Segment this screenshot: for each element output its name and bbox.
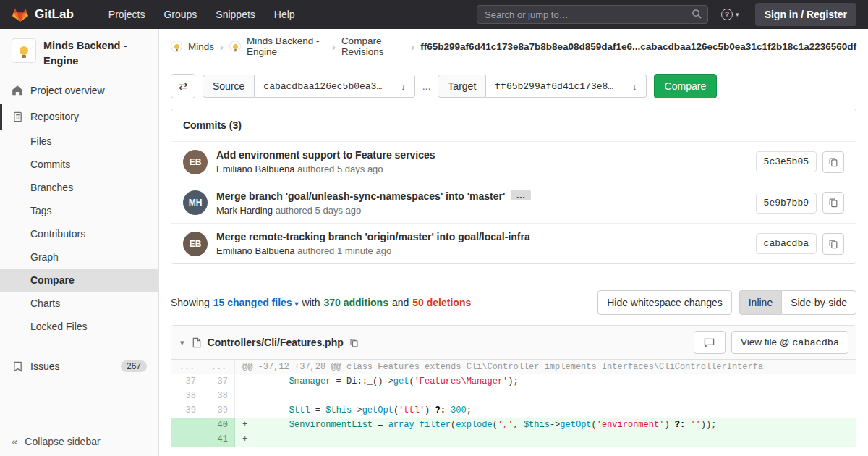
diff-file-panel: ▾ Controllers/Cli/Features.php (171, 325, 856, 447)
diff-line: 3838 (171, 389, 856, 403)
breadcrumb-compare-link[interactable]: Compare Revisions (341, 35, 405, 57)
breadcrumb: Minds › Minds Backend - Engine › Compare… (159, 29, 868, 64)
diff-line: 40+ $environmentList = array_filter(expl… (171, 418, 856, 432)
new-line-number[interactable]: 40 (203, 418, 235, 432)
brand-name: GitLab (35, 7, 74, 22)
author-avatar[interactable]: EB (183, 232, 208, 256)
swap-arrows-icon: ⇄ (179, 80, 188, 93)
diff-file-name-link[interactable]: Controllers/Cli/Features.php (208, 337, 344, 348)
sidebar-item-compare[interactable]: Compare (0, 269, 158, 292)
diff-code: $manager = Di::_()->get('Features\Manage… (235, 374, 856, 389)
side-by-side-view-button[interactable]: Side-by-side (781, 290, 856, 315)
expand-description-button[interactable]: … (511, 190, 530, 200)
diff-view-toggle: Inline Side-by-side (739, 290, 856, 315)
new-line-number[interactable]: ... (203, 360, 235, 374)
sidebar-item-branches[interactable]: Branches (0, 176, 158, 199)
new-line-number[interactable]: 39 (203, 403, 235, 418)
compare-button[interactable]: Compare (654, 74, 718, 98)
old-line-number[interactable]: 39 (171, 403, 203, 418)
project-title: Minds Backend - Engine (43, 38, 147, 69)
swap-revisions-button[interactable]: ⇄ (171, 74, 195, 98)
commit-title-link[interactable]: Add environment support to Feature servi… (216, 149, 435, 161)
old-line-number[interactable] (171, 418, 203, 432)
sidebar-item-repository[interactable]: Repository (0, 104, 158, 130)
breadcrumb-group-link[interactable]: Minds (188, 41, 214, 52)
collapse-sidebar-button[interactable]: « Collapse sidebar (0, 426, 158, 456)
inline-view-button[interactable]: Inline (739, 290, 781, 315)
target-ref-dropdown[interactable]: ff65b299af6d41c173e8… ↓ (486, 75, 646, 98)
sign-in-button[interactable]: Sign in / Register (755, 3, 856, 26)
top-navbar: GitLab Projects Groups Snippets Help ? ▾… (0, 0, 868, 29)
commit-meta: Emiliano Balbuena authored 5 days ago (216, 164, 747, 174)
old-line-number[interactable]: 37 (171, 374, 203, 389)
sidebar-item-charts[interactable]: Charts (0, 292, 158, 315)
search-icon[interactable] (692, 9, 702, 20)
changed-files-summary: Showing 15 changed files ▾ with 370 addi… (171, 297, 471, 308)
breadcrumb-current-sha-range: ff65b299af6d41c173e8a7b8b8ea08d859daf1e6… (420, 41, 856, 52)
old-line-number[interactable]: 38 (171, 389, 203, 403)
project-avatar (12, 38, 36, 63)
help-dropdown[interactable]: ? ▾ (721, 9, 739, 20)
commit-sha-link[interactable]: cabacdba (756, 233, 817, 254)
diff-line: ......@@ -37,12 +37,28 @@ class Features… (171, 360, 856, 374)
dropdown-arrow-icon: ↓ (401, 81, 406, 92)
commit-meta: Mark Harding authored 5 days ago (216, 205, 747, 216)
copy-path-icon[interactable] (349, 338, 359, 347)
new-line-number[interactable]: 37 (203, 374, 235, 389)
author-avatar[interactable]: EB (183, 150, 208, 174)
commit-author-link[interactable]: Emiliano Balbuena (216, 245, 294, 256)
new-line-number[interactable]: 38 (203, 389, 235, 403)
nav-help[interactable]: Help (274, 9, 295, 20)
commit-author-link[interactable]: Emiliano Balbuena (216, 164, 294, 174)
clipboard-icon (828, 239, 838, 249)
changed-files-dropdown[interactable]: 15 changed files ▾ (213, 297, 299, 308)
commit-sha-link[interactable]: 5e9b7bb9 (756, 193, 817, 214)
commit-row: EB Merge remote-tracking branch 'origin/… (171, 223, 856, 263)
diff-code: + (235, 432, 856, 447)
sidebar-item-tags[interactable]: Tags (0, 199, 158, 222)
nav-groups[interactable]: Groups (163, 9, 197, 20)
issues-icon (12, 360, 23, 372)
nav-snippets[interactable]: Snippets (216, 9, 255, 20)
diff-code: + $environmentList = array_filter(explod… (235, 418, 856, 432)
diff-code (235, 389, 856, 403)
gitlab-logo-link[interactable]: GitLab (12, 6, 74, 23)
comment-on-file-button[interactable] (694, 331, 726, 354)
old-line-number[interactable] (171, 432, 203, 447)
diff-line: 3939 $ttl = $this->getOpt('ttl') ?: 300; (171, 403, 856, 418)
nav-projects[interactable]: Projects (109, 9, 145, 20)
source-ref-dropdown[interactable]: cabacdbaa126ec5b0ea3… ↓ (255, 75, 414, 98)
sidebar-item-locked-files[interactable]: Locked Files (0, 315, 158, 338)
breadcrumb-separator: › (332, 41, 336, 53)
caret-down-icon: ▾ (295, 300, 299, 308)
commits-header: Commits (3) (171, 109, 856, 141)
old-line-number[interactable]: ... (171, 360, 203, 374)
lightbulb-icon (233, 44, 238, 49)
view-file-sha: cabacdba (792, 337, 839, 348)
sidebar-item-commits[interactable]: Commits (0, 153, 158, 176)
view-file-button[interactable]: View file @ cabacdba (731, 331, 848, 354)
sidebar-item-contributors[interactable]: Contributors (0, 222, 158, 245)
collapse-diff-caret-icon[interactable]: ▾ (179, 338, 186, 347)
breadcrumb-project-link[interactable]: Minds Backend - Engine (247, 35, 326, 57)
search-input[interactable] (477, 5, 708, 24)
commit-author-link[interactable]: Mark Harding (216, 205, 273, 216)
sidebar-item-files[interactable]: Files (0, 130, 158, 153)
author-avatar[interactable]: MH (183, 190, 208, 215)
sidebar-item-project-overview[interactable]: Project overview (0, 77, 158, 104)
target-label: Target (438, 75, 486, 98)
hide-whitespace-button[interactable]: Hide whitespace changes (597, 290, 732, 315)
copy-sha-button[interactable] (822, 192, 844, 214)
commit-meta: Emiliano Balbuena authored 1 minute ago (216, 245, 747, 256)
project-context[interactable]: Minds Backend - Engine (0, 29, 158, 77)
commit-title-link[interactable]: Merge remote-tracking branch 'origin/mas… (216, 231, 530, 242)
copy-sha-button[interactable] (822, 233, 844, 255)
copy-sha-button[interactable] (822, 151, 844, 173)
diff-table: ......@@ -37,12 +37,28 @@ class Features… (171, 360, 856, 447)
commit-title-link[interactable]: Merge branch 'goal/unleash-sync-namespac… (216, 190, 505, 202)
commit-sha-link[interactable]: 5c3e5b05 (756, 151, 817, 172)
new-line-number[interactable]: 41 (203, 432, 235, 447)
sidebar-item-graph[interactable]: Graph (0, 245, 158, 269)
sidebar-item-issues[interactable]: Issues 267 (0, 353, 158, 379)
commit-row: EB Add environment support to Feature se… (171, 141, 856, 182)
